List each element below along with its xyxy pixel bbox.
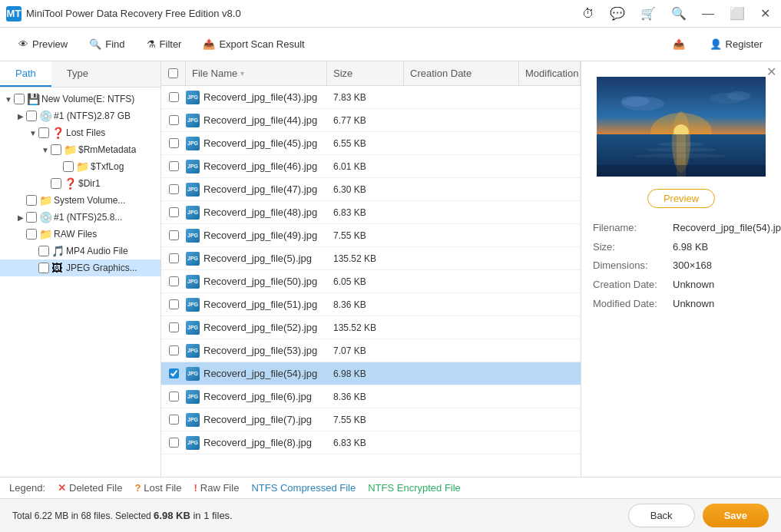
register-button[interactable]: 👤 Register: [700, 34, 772, 55]
back-button[interactable]: Back: [628, 504, 695, 527]
toggle-icon-rm[interactable]: ▼: [40, 144, 51, 155]
file-row-check[interactable]: [161, 276, 186, 286]
filter-button[interactable]: ⚗ Filter: [137, 34, 191, 55]
tree-checkbox-mp4[interactable]: [38, 246, 49, 256]
file-row[interactable]: JPG Recoverd_jpg_file(51).jpg 8.36 KB: [161, 293, 581, 316]
file-row[interactable]: JPG Recoverd_jpg_file(48).jpg 6.83 KB: [161, 201, 581, 224]
toggle-icon-ntfs1[interactable]: ▶: [15, 111, 26, 121]
tree-item-rmmetadata[interactable]: ▼ 📁 $RmMetadata: [0, 141, 161, 158]
tree-checkbox-sys[interactable]: [26, 195, 37, 206]
file-row-check[interactable]: [161, 299, 186, 309]
tree-item-dir1[interactable]: ▶ ❓ $Dir1: [0, 175, 161, 192]
search-icon-btn[interactable]: 🔍: [667, 5, 691, 22]
file-row-check[interactable]: [161, 161, 186, 171]
file-row[interactable]: JPG Recoverd_jpg_file(6).jpg 8.36 KB: [161, 385, 581, 408]
tab-path[interactable]: Path: [0, 61, 51, 87]
header-modification[interactable]: Modification: [519, 61, 581, 85]
file-checkbox[interactable]: [169, 92, 179, 102]
header-creation-date[interactable]: Creation Date: [404, 61, 519, 85]
cart-icon-btn[interactable]: 🛒: [636, 5, 660, 22]
file-row-check[interactable]: [161, 368, 186, 378]
toggle-icon[interactable]: ▼: [3, 94, 14, 104]
file-checkbox[interactable]: [169, 299, 179, 309]
header-filename[interactable]: File Name ▾: [186, 61, 327, 85]
tree-checkbox-lost[interactable]: [38, 127, 49, 138]
file-row[interactable]: JPG Recoverd_jpg_file(44).jpg 6.77 KB: [161, 109, 581, 132]
tree-item-ntfs2[interactable]: ▶ 💿 #1 (NTFS)25.8...: [0, 209, 161, 226]
find-button[interactable]: 🔍 Find: [80, 34, 134, 55]
file-checkbox[interactable]: [169, 115, 179, 125]
file-row-check[interactable]: [161, 207, 186, 217]
toggle-icon-lost[interactable]: ▼: [28, 127, 38, 138]
preview-close-btn[interactable]: ✕: [766, 64, 776, 79]
file-row[interactable]: JPG Recoverd_jpg_file(5).jpg 135.52 KB: [161, 247, 581, 270]
file-checkbox[interactable]: [169, 438, 179, 448]
file-row-check[interactable]: [161, 92, 186, 102]
preview-action-btn[interactable]: Preview: [647, 189, 715, 208]
minimize-btn[interactable]: —: [697, 5, 719, 22]
file-row-check[interactable]: [161, 230, 186, 240]
file-row[interactable]: JPG Recoverd_jpg_file(7).jpg 7.55 KB: [161, 408, 581, 431]
file-row[interactable]: JPG Recoverd_jpg_file(50).jpg 6.05 KB: [161, 270, 581, 293]
file-row[interactable]: JPG Recoverd_jpg_file(45).jpg 6.55 KB: [161, 132, 581, 155]
tree-checkbox-ntfs1[interactable]: [26, 111, 37, 121]
save-button[interactable]: Save: [703, 504, 769, 527]
header-checkbox-cell[interactable]: [161, 61, 186, 85]
file-checkbox[interactable]: [169, 230, 179, 240]
tree-checkbox-rm[interactable]: [51, 144, 61, 155]
maximize-btn[interactable]: ⬜: [725, 5, 750, 22]
file-row[interactable]: JPG Recoverd_jpg_file(47).jpg 6.30 KB: [161, 178, 581, 201]
tree-item-root[interactable]: ▼ 💾 New Volume(E: NTFS): [0, 91, 161, 107]
file-row-check[interactable]: [161, 253, 186, 263]
export-button[interactable]: 📤 Export Scan Result: [194, 34, 313, 55]
file-row-check[interactable]: [161, 345, 186, 355]
tree-checkbox-raw[interactable]: [26, 229, 37, 240]
tree-checkbox-root[interactable]: [14, 94, 25, 104]
timer-icon-btn[interactable]: ⏱: [577, 5, 599, 22]
file-checkbox[interactable]: [169, 368, 179, 378]
preview-button[interactable]: 👁 Preview: [9, 34, 77, 55]
close-btn[interactable]: ✕: [756, 5, 775, 22]
file-row[interactable]: JPG Recoverd_jpg_file(53).jpg 7.07 KB: [161, 339, 581, 362]
tree-checkbox-dir1[interactable]: [51, 178, 61, 189]
share-icon-btn[interactable]: 📤: [664, 34, 694, 55]
tab-type[interactable]: Type: [51, 61, 104, 87]
tree-item-lostfiles[interactable]: ▼ ❓ Lost Files: [0, 124, 161, 141]
file-checkbox[interactable]: [169, 253, 179, 263]
toggle-icon-ntfs2[interactable]: ▶: [15, 212, 26, 223]
file-row-check[interactable]: [161, 438, 186, 448]
tree-checkbox-jpeg[interactable]: [38, 263, 49, 273]
tree-item-jpeg[interactable]: ▶ 🖼 JPEG Graphics...: [0, 259, 161, 276]
file-checkbox[interactable]: [169, 392, 179, 401]
file-checkbox[interactable]: [169, 138, 179, 148]
tree-item-mp4[interactable]: ▶ 🎵 MP4 Audio File: [0, 243, 161, 259]
tree-item-txflog[interactable]: ▶ 📁 $TxfLog: [0, 158, 161, 175]
file-checkbox[interactable]: [169, 207, 179, 217]
file-checkbox[interactable]: [169, 345, 179, 355]
header-select-all[interactable]: [168, 68, 178, 78]
file-row[interactable]: JPG Recoverd_jpg_file(54).jpg 6.98 KB: [161, 362, 581, 385]
chat-icon-btn[interactable]: 💬: [605, 5, 630, 22]
file-row-check[interactable]: [161, 115, 186, 125]
file-row[interactable]: JPG Recoverd_jpg_file(49).jpg 7.55 KB: [161, 224, 581, 247]
header-size[interactable]: Size: [327, 61, 404, 85]
file-checkbox[interactable]: [169, 276, 179, 286]
file-row-check[interactable]: [161, 138, 186, 148]
file-row-check[interactable]: [161, 392, 186, 401]
file-row-check[interactable]: [161, 322, 186, 332]
file-row[interactable]: JPG Recoverd_jpg_file(46).jpg 6.01 KB: [161, 155, 581, 178]
tree-item-rawfiles[interactable]: ▶ 📁 RAW Files: [0, 226, 161, 243]
file-checkbox[interactable]: [169, 322, 179, 332]
tree-checkbox-txf[interactable]: [63, 161, 74, 172]
file-row[interactable]: JPG Recoverd_jpg_file(52).jpg 135.52 KB: [161, 316, 581, 339]
file-checkbox[interactable]: [169, 161, 179, 171]
file-row-check[interactable]: [161, 184, 186, 194]
file-row[interactable]: JPG Recoverd_jpg_file(43).jpg 7.83 KB: [161, 86, 581, 109]
file-checkbox[interactable]: [169, 184, 179, 194]
file-row-check[interactable]: [161, 415, 186, 425]
file-checkbox[interactable]: [169, 415, 179, 425]
tree-item-ntfs1[interactable]: ▶ 💿 #1 (NTFS)2.87 GB: [0, 107, 161, 124]
tree-item-sysvol[interactable]: ▶ 📁 System Volume...: [0, 192, 161, 209]
tree-checkbox-ntfs2[interactable]: [26, 212, 37, 223]
file-row[interactable]: JPG Recoverd_jpg_file(8).jpg 6.83 KB: [161, 431, 581, 454]
